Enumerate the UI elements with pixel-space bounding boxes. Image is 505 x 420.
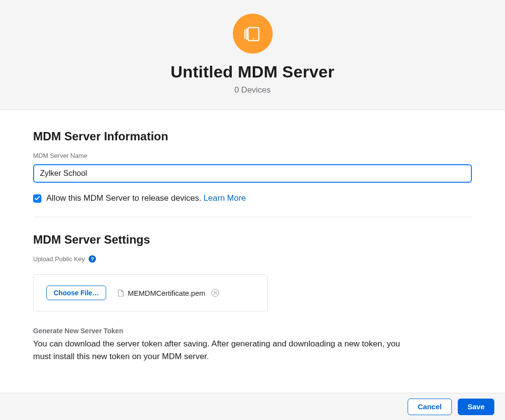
remove-file-icon[interactable] xyxy=(211,289,219,297)
page-title: Untitled MDM Server xyxy=(0,62,505,81)
svg-rect-2 xyxy=(244,29,245,38)
svg-rect-1 xyxy=(246,28,247,39)
allow-release-text: Allow this MDM Server to release devices… xyxy=(46,193,204,203)
upload-public-key-label: Upload Public Key xyxy=(33,255,85,263)
file-row: MEMDMCertificate.pem xyxy=(118,289,219,297)
help-icon[interactable]: ? xyxy=(89,255,96,263)
svg-point-3 xyxy=(253,38,254,39)
token-label: Generate New Server Token xyxy=(33,327,472,335)
token-description: You can download the server token after … xyxy=(33,338,413,363)
mdm-server-icon xyxy=(233,14,273,54)
cancel-button[interactable]: Cancel xyxy=(408,399,452,415)
divider xyxy=(33,217,472,217)
file-name: MEMDMCertificate.pem xyxy=(128,289,205,297)
device-count: 0 Devices xyxy=(0,85,505,95)
upload-box: Choose File… MEMDMCertificate.pem xyxy=(33,274,268,311)
upload-label-row: Upload Public Key ? xyxy=(33,255,472,263)
server-name-input[interactable] xyxy=(33,164,472,183)
save-button[interactable]: Save xyxy=(458,399,494,415)
learn-more-link[interactable]: Learn More xyxy=(204,193,246,203)
info-section-title: MDM Server Information xyxy=(33,130,472,143)
allow-release-checkbox[interactable] xyxy=(33,194,41,203)
settings-section-title: MDM Server Settings xyxy=(33,233,472,247)
header-section: Untitled MDM Server 0 Devices xyxy=(0,0,505,110)
choose-file-button[interactable]: Choose File… xyxy=(46,286,106,300)
token-section: Generate New Server Token You can downlo… xyxy=(33,327,472,363)
content-section: MDM Server Information MDM Server Name A… xyxy=(0,110,505,373)
footer-bar: Cancel Save xyxy=(0,393,505,420)
server-name-label: MDM Server Name xyxy=(33,152,472,159)
allow-release-row: Allow this MDM Server to release devices… xyxy=(33,193,472,203)
file-icon xyxy=(118,289,124,297)
